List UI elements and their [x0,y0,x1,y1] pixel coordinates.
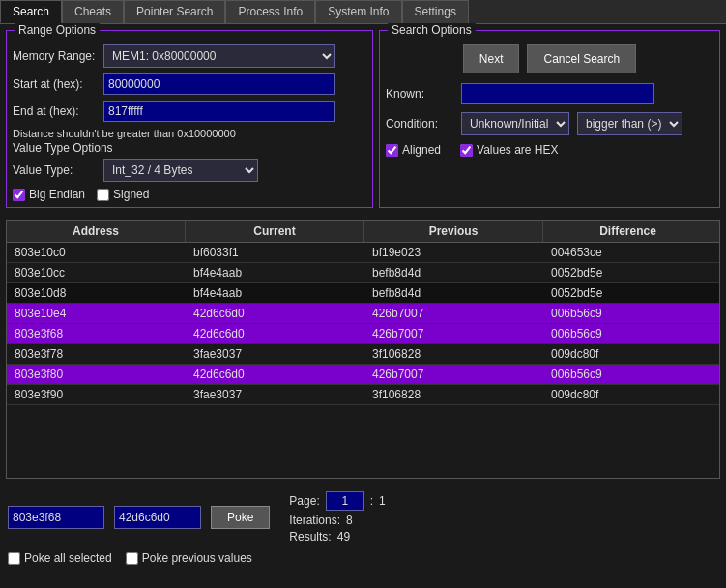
search-options-panel: Search Options Next Cancel Search Known:… [379,30,720,208]
page-label: Page: [289,494,319,508]
condition-label: Condition: [386,117,453,131]
bottom-bar: Poke Page: : 1 Iterations: 8 Results: 49 [0,485,726,549]
value-type-title: Value Type Options [13,141,366,155]
top-panels: Range Options Memory Range: MEM1: 0x8000… [0,24,726,214]
cancel-search-button[interactable]: Cancel Search [527,44,636,74]
cell-address: 803e10d8 [7,283,186,303]
cell-address: 803e3f68 [7,324,186,343]
poke-previous-values-checkbox[interactable] [126,552,138,565]
signed-label: Signed [113,188,149,201]
tab-pointer-search[interactable]: Pointer Search [124,0,225,23]
tab-settings[interactable]: Settings [402,0,469,23]
range-options-title: Range Options [15,23,100,37]
results-row: Results: 49 [289,530,385,544]
cell-address: 803e3f90 [7,385,186,404]
values-hex-checkbox[interactable] [460,144,473,157]
table-row[interactable]: 803e3f783fae30373f106828009dc80f [7,344,719,365]
value-type-select[interactable]: Int_32 / 4 Bytes [103,159,258,182]
poke-address-input[interactable] [8,506,104,529]
cell-previous: befb8d4d [364,283,543,303]
tab-system-info[interactable]: System Info [315,0,401,23]
iterations-label: Iterations: [289,514,340,527]
table-row[interactable]: 803e10e442d6c6d0426b7007006b56c9 [7,304,719,324]
table-row[interactable]: 803e3f8042d6c6d0426b7007006b56c9 [7,365,719,385]
condition-select[interactable]: Unknown/Initial [461,112,569,135]
known-row: Known: [386,83,713,104]
table-row[interactable]: 803e10c0bf6033f1bf19e023004653ce [7,243,719,263]
cell-current: 3fae3037 [186,344,364,364]
cell-previous: bf19e023 [364,243,543,262]
cell-previous: befb8d4d [364,263,543,282]
cell-previous: 426b7007 [364,324,543,343]
tab-process-info[interactable]: Process Info [225,0,315,23]
results-label: Results: [289,530,331,544]
big-endian-label: Big Endian [29,188,85,201]
signed-checkbox[interactable] [97,189,109,201]
cell-current: 42d6c6d0 [186,304,364,323]
cell-current: 3fae3037 [186,385,364,404]
table-row[interactable]: 803e3f903fae30373f106828009dc80f [7,385,719,405]
poke-value-input[interactable] [114,506,201,529]
table-row[interactable]: 803e3f6842d6c6d0426b7007006b56c9 [7,324,719,344]
poke-all-selected-item[interactable]: Poke all selected [8,551,112,565]
cell-current: bf4e4aab [186,263,364,282]
cell-difference: 004653ce [543,243,712,262]
value-type-row: Value Type: Int_32 / 4 Bytes [13,159,366,182]
poke-previous-values-item[interactable]: Poke previous values [126,551,252,565]
cell-address: 803e3f78 [7,344,186,364]
table-row[interactable]: 803e10ccbf4e4aabbefb8d4d0052bd5e [7,263,719,283]
cell-difference: 006b56c9 [543,304,712,323]
bottom-section: Poke Page: : 1 Iterations: 8 Results: 49… [0,485,726,573]
memory-range-label: Memory Range: [13,49,100,63]
tab-search[interactable]: Search [0,0,62,23]
cell-previous: 426b7007 [364,365,543,384]
aligned-checkbox[interactable] [386,144,398,157]
known-label: Known: [386,87,453,101]
cell-current: 42d6c6d0 [186,324,364,343]
distance-note: Distance shouldn't be greater than 0x100… [13,128,366,139]
aligned-checkbox-item[interactable]: Aligned [386,143,441,157]
values-hex-label: Values are HEX [477,143,559,157]
cell-difference: 009dc80f [543,344,712,364]
iterations-row: Iterations: 8 [289,514,385,527]
end-at-input[interactable] [103,101,335,122]
values-hex-checkbox-item[interactable]: Values are HEX [460,143,559,157]
col-current: Current [186,220,364,242]
poke-all-selected-checkbox[interactable] [8,552,20,565]
start-at-row: Start at (hex): [13,74,366,95]
cell-current: bf4e4aab [186,283,364,303]
cell-previous: 3f106828 [364,385,543,404]
table-body[interactable]: 803e10c0bf6033f1bf19e023004653ce803e10cc… [7,243,719,475]
big-endian-checkbox-item[interactable]: Big Endian [13,188,85,201]
poke-previous-values-label: Poke previous values [142,551,252,565]
cell-previous: 3f106828 [364,344,543,364]
cell-current: bf6033f1 [186,243,364,262]
table-row[interactable]: 803e10d8bf4e4aabbefb8d4d0052bd5e [7,283,719,304]
cell-difference: 009dc80f [543,385,712,404]
col-previous: Previous [364,220,543,242]
poke-button[interactable]: Poke [211,506,270,529]
cell-previous: 426b7007 [364,304,543,323]
tab-cheats[interactable]: Cheats [62,0,124,23]
known-input[interactable] [461,83,654,104]
cell-address: 803e3f80 [7,365,186,384]
col-difference: Difference [543,220,712,242]
big-endian-checkbox[interactable] [13,189,25,201]
cell-difference: 0052bd5e [543,283,712,303]
memory-range-row: Memory Range: MEM1: 0x80000000 [13,44,366,68]
cell-current: 42d6c6d0 [186,365,364,384]
poke-all-selected-label: Poke all selected [24,551,112,565]
bottom-checkboxes: Poke all selected Poke previous values [0,549,726,573]
options-row: Aligned Values are HEX [386,143,713,157]
iterations-value: 8 [346,514,353,527]
bigger-than-select[interactable]: bigger than (>) [577,112,682,135]
page-separator: : [370,494,373,508]
cell-difference: 0052bd5e [543,263,712,282]
page-info: Page: : 1 Iterations: 8 Results: 49 [289,491,385,544]
start-at-input[interactable] [103,74,335,95]
signed-checkbox-item[interactable]: Signed [97,188,149,201]
next-button[interactable]: Next [463,44,520,74]
page-current-input[interactable] [326,491,364,511]
memory-range-select[interactable]: MEM1: 0x80000000 [103,44,335,68]
action-buttons-row: Next Cancel Search [386,44,713,74]
